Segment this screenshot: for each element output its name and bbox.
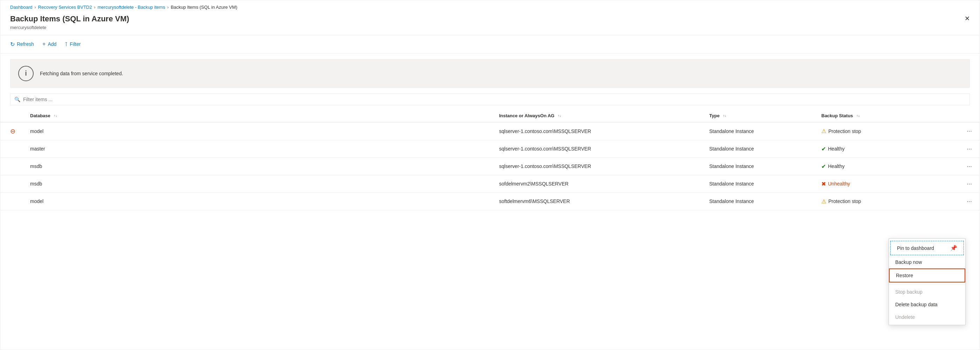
page-header: Backup Items (SQL in Azure VM) mercuryso…: [0, 13, 980, 35]
cell-instance[interactable]: softdelmervm6\MSSQLSERVER: [489, 193, 700, 210]
cell-backup-status: ✔Healthy: [811, 140, 951, 157]
ellipsis-button[interactable]: ···: [964, 145, 975, 153]
toolbar: ↻ Refresh + Add ⊺ Filter: [0, 35, 980, 54]
cell-database: msdb: [20, 175, 489, 193]
breadcrumb-backup-items[interactable]: mercurysoftdelete - Backup items: [98, 5, 165, 10]
cell-backup-status: ✖Unhealthy: [811, 175, 951, 193]
sort-arrows-status: ↑↓: [856, 114, 860, 117]
table-row: ⊖modelsqlserver-1.contoso.com\MSSQLSERVE…: [0, 122, 980, 140]
breadcrumb-current: Backup Items (SQL in Azure VM): [170, 5, 237, 10]
cell-type: Standalone Instance: [700, 193, 811, 210]
cell-instance[interactable]: sqlserver-1.contoso.com\MSSQLSERVER: [489, 122, 700, 140]
col-actions: [951, 109, 980, 122]
status-text: Healthy: [828, 163, 845, 169]
row-indicator: [0, 157, 20, 175]
col-backup-status[interactable]: Backup Status ↑↓: [811, 109, 951, 122]
col-database[interactable]: Database ↑↓: [20, 109, 489, 122]
status-text: Protection stop: [828, 128, 861, 134]
cell-type: Standalone Instance: [700, 175, 811, 193]
page-container: Dashboard › Recovery Services BVTD2 › me…: [0, 0, 980, 350]
healthy-icon: ✔: [821, 163, 826, 170]
cell-actions: ···: [951, 175, 980, 193]
info-icon: i: [18, 66, 33, 81]
cell-actions: ···: [951, 140, 980, 157]
add-label: Add: [48, 41, 56, 47]
page-subtitle: mercurysoftdelete: [10, 25, 970, 30]
filter-icon: ⊺: [65, 41, 68, 48]
cell-type: Standalone Instance: [700, 122, 811, 140]
cell-database: master: [20, 140, 489, 157]
cell-instance[interactable]: sqlserver-1.contoso.com\MSSQLSERVER: [489, 157, 700, 175]
table-row: msdbsofdelmervm2\MSSQLSERVERStandalone I…: [0, 175, 980, 193]
cell-instance[interactable]: sqlserver-1.contoso.com\MSSQLSERVER: [489, 140, 700, 157]
context-menu-item-backup_now[interactable]: Backup now: [889, 256, 965, 268]
status-text: Protection stop: [828, 198, 861, 204]
breadcrumb-sep-1: ›: [35, 5, 36, 10]
search-icon: 🔍: [14, 97, 20, 102]
cell-actions: ···: [951, 122, 980, 140]
cell-backup-status: ⚠Protection stop: [811, 193, 951, 210]
table-header-row: Database ↑↓ Instance or AlwaysOn AG ↑↓ T…: [0, 109, 980, 122]
cell-backup-status: ⚠Protection stop: [811, 122, 951, 140]
row-indicator: [0, 193, 20, 210]
cell-database: model: [20, 122, 489, 140]
breadcrumb-sep-2: ›: [94, 5, 95, 10]
cell-instance[interactable]: sofdelmervm2\MSSQLSERVER: [489, 175, 700, 193]
sort-arrows-instance: ↑↓: [558, 114, 562, 117]
minus-icon: ⊖: [10, 128, 16, 135]
filter-button[interactable]: ⊺ Filter: [65, 40, 81, 49]
data-table: Database ↑↓ Instance or AlwaysOn AG ↑↓ T…: [0, 109, 980, 211]
status-text: Unhealthy: [828, 181, 850, 187]
sort-arrows-type: ↑↓: [723, 114, 726, 117]
table-row: modelsoftdelmervm6\MSSQLSERVERStandalone…: [0, 193, 980, 210]
add-icon: +: [42, 41, 46, 47]
add-button[interactable]: + Add: [42, 40, 56, 49]
col-instance[interactable]: Instance or AlwaysOn AG ↑↓: [489, 109, 700, 122]
unhealthy-icon: ✖: [821, 181, 826, 187]
cell-database: msdb: [20, 157, 489, 175]
row-indicator: ⊖: [0, 122, 20, 140]
status-text: Healthy: [828, 146, 845, 152]
table-row: msdbsqlserver-1.contoso.com\MSSQLSERVERS…: [0, 157, 980, 175]
cell-type: Standalone Instance: [700, 157, 811, 175]
refresh-icon: ↻: [10, 41, 15, 48]
sort-arrows-database: ↑↓: [54, 114, 57, 117]
context-menu-item-delete_backup[interactable]: Delete backup data: [889, 298, 965, 311]
pin-icon: 📌: [950, 245, 957, 251]
ellipsis-button[interactable]: ···: [964, 198, 975, 205]
breadcrumb-recovery[interactable]: Recovery Services BVTD2: [38, 5, 92, 10]
filter-container: 🔍: [10, 93, 970, 105]
refresh-label: Refresh: [17, 41, 34, 47]
breadcrumb-sep-3: ›: [167, 5, 169, 10]
filter-label: Filter: [70, 41, 81, 47]
cell-backup-status: ✔Healthy: [811, 157, 951, 175]
context-menu-item-pin[interactable]: Pin to dashboard📌: [890, 241, 964, 255]
healthy-icon: ✔: [821, 146, 826, 152]
table-row: mastersqlserver-1.contoso.com\MSSQLSERVE…: [0, 140, 980, 157]
ellipsis-button[interactable]: ···: [964, 180, 975, 188]
warning-icon: ⚠: [821, 198, 826, 205]
col-indicator: [0, 109, 20, 122]
context-menu-item-restore[interactable]: Restore: [889, 268, 965, 282]
cell-database: model: [20, 193, 489, 210]
warning-icon: ⚠: [821, 128, 826, 135]
close-button[interactable]: ✕: [964, 16, 970, 22]
cell-actions: ···: [951, 157, 980, 175]
refresh-button[interactable]: ↻ Refresh: [10, 40, 34, 49]
context-menu: Pin to dashboard📌Backup nowRestoreStop b…: [889, 238, 966, 325]
context-menu-item-stop_backup: Stop backup: [889, 286, 965, 298]
col-type[interactable]: Type ↑↓: [700, 109, 811, 122]
row-indicator: [0, 175, 20, 193]
ellipsis-button[interactable]: ···: [964, 127, 975, 135]
context-menu-item-undelete: Undelete: [889, 311, 965, 323]
filter-input[interactable]: [10, 93, 970, 105]
row-indicator: [0, 140, 20, 157]
breadcrumb-dashboard[interactable]: Dashboard: [10, 5, 33, 10]
cell-actions: ···: [951, 193, 980, 210]
info-message: Fetching data from service completed.: [40, 71, 123, 76]
cell-type: Standalone Instance: [700, 140, 811, 157]
ellipsis-button[interactable]: ···: [964, 163, 975, 170]
breadcrumb: Dashboard › Recovery Services BVTD2 › me…: [0, 0, 980, 13]
info-banner: i Fetching data from service completed.: [10, 59, 970, 88]
page-title: Backup Items (SQL in Azure VM): [10, 14, 970, 24]
